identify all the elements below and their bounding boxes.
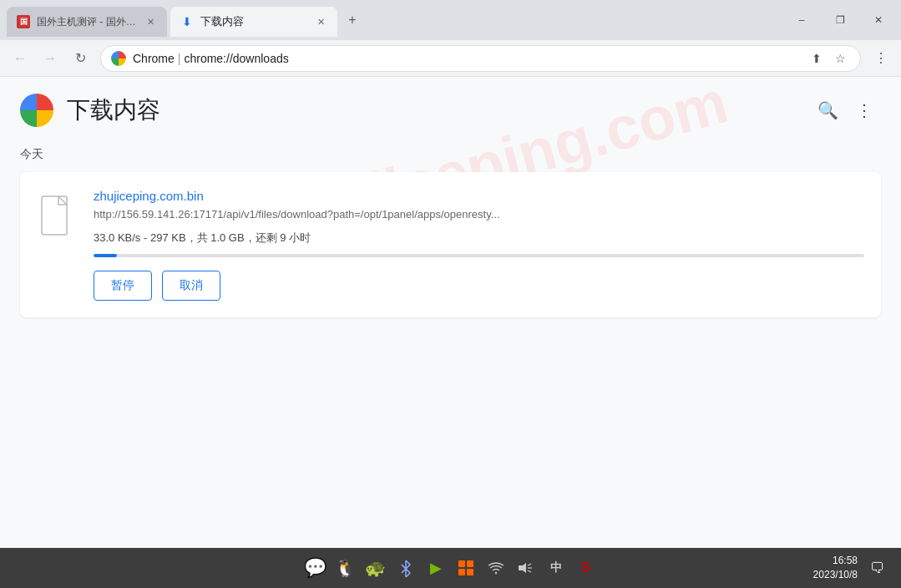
address-separator: | — [178, 52, 181, 65]
page-title: 下载内容 — [67, 94, 160, 126]
new-tab-button[interactable]: + — [341, 8, 364, 32]
svg-rect-1 — [458, 560, 465, 567]
pause-button[interactable]: 暂停 — [94, 271, 152, 301]
forward-button[interactable]: → — [37, 45, 63, 72]
progress-bar-fill — [94, 254, 117, 257]
more-menu-button[interactable]: ⋮ — [868, 45, 894, 72]
file-icon — [37, 192, 77, 239]
tab-active[interactable]: ⬇ 下载内容 ✕ — [170, 7, 337, 37]
taskbar-center: 💬 🐧 🐢 ▶ — [304, 556, 598, 580]
back-button[interactable]: ← — [7, 45, 33, 72]
chrome-label: Chrome — [133, 52, 175, 65]
taskbar-volume-icon[interactable] — [514, 556, 538, 580]
progress-bar-container — [94, 254, 864, 257]
taskbar-bluetooth-icon[interactable] — [394, 556, 418, 580]
page-chrome-logo — [20, 94, 53, 127]
clock-time: 16:58 — [813, 554, 858, 568]
toolbar: ← → ↻ Chrome | chrome://downloads ⬆ ☆ ⋮ — [0, 40, 901, 77]
page-header-actions: 🔍 ⋮ — [811, 94, 881, 127]
download-filename: zhujiceping.com.bin — [94, 189, 864, 203]
address-url: chrome://downloads — [184, 52, 288, 65]
cancel-button[interactable]: 取消 — [162, 271, 220, 301]
address-bar-icons: ⬆ ☆ — [807, 48, 850, 68]
tab-inactive-label: 国外主机测评 - 国外VPS，国... — [37, 15, 137, 29]
taskbar-clock: 16:58 2023/10/8 — [813, 554, 858, 582]
close-button[interactable]: ✕ — [859, 0, 898, 40]
page-header: 下载内容 🔍 ⋮ — [0, 77, 901, 140]
tab-favicon-active: ⬇ — [180, 15, 194, 28]
titlebar-spacer — [364, 0, 782, 40]
svg-rect-2 — [467, 560, 473, 567]
svg-line-8 — [528, 570, 531, 572]
section-label: 今天 — [0, 140, 901, 172]
taskbar-penguin2-icon[interactable]: 🐢 — [364, 556, 387, 580]
share-button[interactable]: ⬆ — [807, 48, 827, 68]
taskbar: 💬 🐧 🐢 ▶ — [0, 548, 901, 588]
download-card: zhujiceping.com.bin http://156.59.141.26… — [20, 172, 881, 317]
page-more-button[interactable]: ⋮ — [848, 94, 881, 127]
address-text: Chrome | chrome://downloads — [133, 52, 289, 65]
reload-button[interactable]: ↻ — [67, 45, 94, 72]
download-actions: 暂停 取消 — [94, 271, 864, 301]
page-content: zhujiceping.com 下载内容 🔍 ⋮ 今天 zhujiceping.… — [0, 77, 901, 548]
chrome-logo-icon — [111, 51, 126, 66]
svg-marker-5 — [519, 563, 526, 573]
taskbar-wps-icon[interactable]: S — [575, 556, 598, 580]
tab-favicon-inactive: 国 — [17, 15, 30, 28]
taskbar-apps-icon[interactable] — [454, 556, 478, 580]
svg-rect-3 — [458, 569, 465, 575]
restore-button[interactable]: ❐ — [821, 0, 859, 40]
taskbar-ime-icon[interactable]: 中 — [544, 556, 568, 580]
clock-date: 2023/10/8 — [813, 568, 858, 582]
svg-rect-4 — [467, 569, 473, 575]
taskbar-right: 16:58 2023/10/8 🗨 — [598, 554, 892, 582]
tab-active-close[interactable]: ✕ — [314, 15, 327, 28]
svg-line-6 — [528, 564, 531, 565]
tab-active-label: 下载内容 — [200, 14, 244, 29]
download-status: 33.0 KB/s - 297 KB，共 1.0 GB，还剩 9 小时 — [94, 231, 864, 246]
taskbar-qq-icon[interactable]: 🐧 — [334, 556, 357, 580]
toolbar-right: ⋮ — [868, 45, 894, 72]
minimize-button[interactable]: – — [782, 0, 821, 40]
bookmark-button[interactable]: ☆ — [830, 48, 850, 68]
titlebar: 国 国外主机测评 - 国外VPS，国... ✕ ⬇ 下载内容 ✕ + – ❐ ✕ — [0, 0, 901, 40]
window-controls: – ❐ ✕ — [782, 0, 901, 40]
taskbar-nvidia-icon[interactable]: ▶ — [424, 556, 448, 580]
notification-button[interactable]: 🗨 — [864, 555, 891, 581]
taskbar-wechat-icon[interactable]: 💬 — [304, 556, 327, 580]
address-bar[interactable]: Chrome | chrome://downloads ⬆ ☆ — [100, 45, 861, 72]
tab-inactive[interactable]: 国 国外主机测评 - 国外VPS，国... ✕ — [7, 7, 167, 37]
taskbar-wifi-icon[interactable] — [484, 556, 508, 580]
tab-inactive-close[interactable]: ✕ — [144, 15, 157, 28]
download-url: http://156.59.141.26:17171/api/v1/files/… — [94, 208, 864, 220]
svg-rect-0 — [42, 196, 67, 235]
page-title-area: 下载内容 — [20, 94, 160, 127]
download-info: zhujiceping.com.bin http://156.59.141.26… — [94, 189, 864, 301]
search-button[interactable]: 🔍 — [811, 94, 844, 127]
